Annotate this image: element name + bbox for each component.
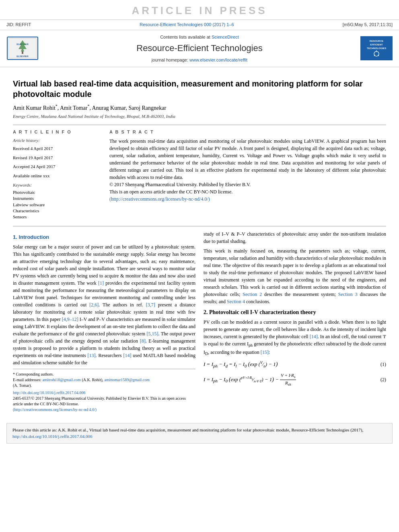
section2-p1: PV cells can be modeled as a current sou… [204,318,386,357]
keyword-photovoltaic: Photovoltaic [13,189,101,195]
equation-2: I = Iph − I0 (exp (pV+I·Rs⁄n·V·T) − 1) −… [204,372,296,387]
abstract-header: A B S T R A C T [109,129,386,135]
citation-doi-link[interactable]: http://dx.doi.org/10.1016/j.reffit.2017.… [12,434,93,439]
equation-1-number: (1) [380,361,386,368]
revised-date: Revised 19 April 2017 [13,154,101,161]
footnote-corresponding: * Corresponding authors. [13,372,195,377]
section3-link[interactable]: Section 3 [338,292,358,297]
divider-middle [13,226,386,226]
doi-link[interactable]: Resource-Efficient Technologies 000 (201… [31,22,343,28]
ref-14[interactable]: [14] [123,353,131,358]
doi-footnote-link[interactable]: http://dx.doi.org/10.1016/j.reffit.2017.… [13,390,85,395]
body-two-col: 1. Introduction Solar energy can be a ma… [13,230,386,413]
keyword-labview: Labview software [13,202,101,208]
info-abstract-section: A R T I C L E I N F O Article history: R… [13,129,386,220]
accepted-date: Accepted 24 April 2017 [13,163,101,170]
journal-header: ELSEVIER ELSEVIER Contents lists availab… [0,30,399,67]
jid-label: JID: REFFIT [6,22,31,28]
intro-right-p1: study of I–V & P–V characteristics of ph… [204,230,386,245]
svg-text:ELSEVIER: ELSEVIER [16,55,29,58]
history-label: Article history: [13,138,101,144]
date-stamp: [m5G;May 5, 2017;11:31] [343,22,393,28]
ref-8[interactable]: [8] [140,338,146,344]
cc-link[interactable]: (http://creativecommons.org/licenses/by-… [109,196,210,202]
ref-4912[interactable]: [4,9–12] [62,316,78,322]
sciencedirect-link[interactable]: ScienceDirect [212,35,239,39]
citation-box: Please cite this article as: A.K. Rohit … [6,423,393,444]
equation-1: I = Iph − Id = Il − I0 (exp (V⁄n) − 1) [204,360,278,369]
sciencedirect-text: Contents lists available at ScienceDirec… [43,33,356,41]
elsevier-logo: ELSEVIER ELSEVIER [6,36,39,60]
journal-center: Contents lists available at ScienceDirec… [43,33,356,64]
divider-top [13,125,386,125]
authors: Amit Kumar Rohit*, Amit Tomar*, Anurag K… [13,103,386,112]
section4-link[interactable]: Section 4 [227,299,245,304]
keyword-instruments: Instruments [13,195,101,201]
footnote-area: * Corresponding authors. E-mail addresse… [13,369,195,413]
section2-link[interactable]: Section 2 [243,292,262,297]
keyword-sensors: Sensors [13,214,101,220]
equation-2-number: (2) [380,376,386,383]
col-left: 1. Introduction Solar energy can be a ma… [13,230,195,413]
svg-text:RESOURCE: RESOURCE [370,40,383,43]
ref-37[interactable]: [3,7] [146,302,155,308]
journal-name: Resource-Efficient Technologies [43,42,356,55]
equation-1-line: I = Iph − Id = Il − I0 (exp (V⁄n) − 1) (… [204,360,386,369]
received-date: Received 4 April 2017 [13,145,101,152]
abstract-text: The work presents real-time data acquisi… [109,138,386,203]
affiliation: Energy Centre, Maulana Azad National Ins… [13,113,386,119]
abstract-section: A B S T R A C T The work presents real-t… [109,129,386,220]
article-info-header: A R T I C L E I N F O [13,129,101,135]
email-link-rohit[interactable]: amitrohi18@gmail.com [42,378,81,382]
col-right: study of I–V & P–V characteristics of ph… [204,230,386,413]
article-in-press-banner: ARTICLE IN PRESS [0,0,399,20]
journal-homepage: journal homepage: www.elsevier.com/locat… [43,56,356,64]
ref-26[interactable]: [2,6] [89,302,99,308]
keywords-label: Keywords: [13,182,101,188]
equation-2-line: I = Iph − I0 (exp (pV+I·Rs⁄n·V·T) − 1) −… [204,372,386,387]
svg-text:TECHNOLOGIES: TECHNOLOGIES [367,47,386,49]
article-title: Virtual lab based real-time data acquisi… [13,78,386,99]
author-list: Amit Kumar Rohit*, Amit Tomar*, Anurag K… [13,105,166,111]
section2-title: 2. Photovoltaic cell I-V characterizatio… [204,308,386,316]
footnote-doi: http://dx.doi.org/10.1016/j.reffit.2017.… [13,390,195,396]
footnote-copyright: 2405-6537/© 2017 Shenyang Pharmaceutical… [13,396,195,413]
footnote-emails: E-mail addresses: amitrohi18@gmail.com (… [13,377,195,388]
intro-section-title: 1. Introduction [13,234,195,241]
intro-right-p2: This work is mainly focused on, measurin… [204,247,386,305]
keyword-characteristics: Characteristics [13,208,101,214]
banner-text: ARTICLE IN PRESS [132,4,267,16]
ref-15-s2[interactable]: [15] [261,349,269,355]
main-content: Virtual lab based real-time data acquisi… [0,67,399,419]
ref-515[interactable]: [5,15] [146,331,158,337]
top-meta-row: JID: REFFIT Resource-Efficient Technolog… [0,20,399,29]
citation-text: Please cite this article as: A.K. Rohit … [12,427,363,432]
article-info: A R T I C L E I N F O Article history: R… [13,129,101,220]
ref-1[interactable]: [1] [98,280,104,286]
email-link-tomar[interactable]: amittomar1589@gmail.com [104,378,150,382]
available-date: Available online xxx [13,173,101,179]
journal-homepage-link[interactable]: www.elsevier.com/locate/reffit [189,58,247,62]
ref-14-s2[interactable]: [14] [310,334,318,339]
svg-rect-4 [22,51,23,54]
footnote-cc-link[interactable]: (http://creativecommons.org/licenses/by-… [13,407,97,412]
intro-paragraph: Solar energy can be a major source of po… [13,243,195,366]
ref-13[interactable]: [13] [88,353,96,358]
svg-text:EFFICIENT: EFFICIENT [370,43,383,46]
ret-logo-right: RESOURCE EFFICIENT TECHNOLOGIES [360,36,393,60]
